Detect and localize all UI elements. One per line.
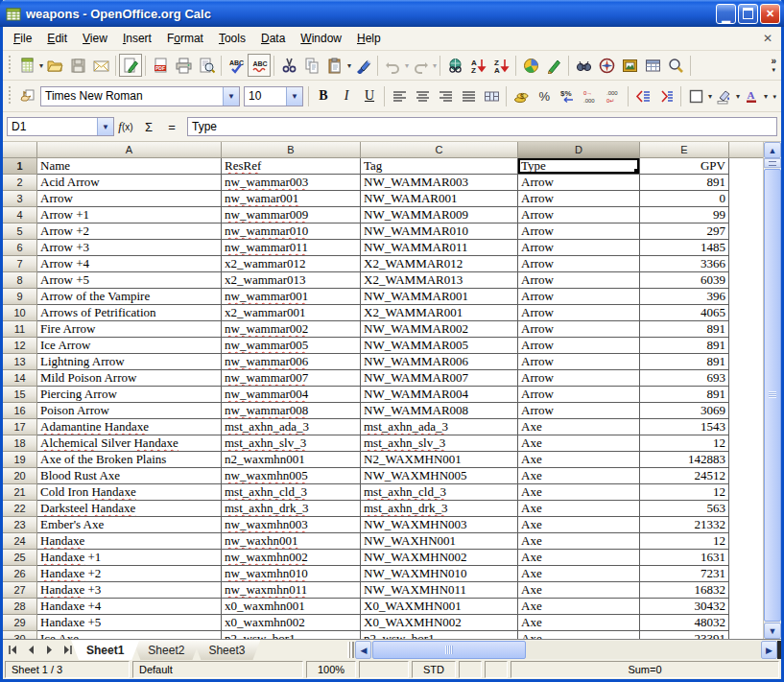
font-size-combo[interactable]: 10 ▼ (244, 86, 303, 106)
borders-button[interactable] (684, 84, 707, 107)
font-color-dropdown-arrow[interactable]: ▾ (764, 92, 768, 101)
scroll-right-button[interactable]: ▶ (761, 641, 777, 659)
paste-button[interactable] (323, 54, 346, 77)
font-size-value[interactable]: 10 (245, 89, 286, 103)
document-close-icon[interactable]: ✕ (757, 32, 778, 45)
row-header-24[interactable]: 24 (3, 533, 37, 550)
edit-file-button[interactable] (119, 54, 142, 77)
cell[interactable]: 891 (640, 338, 729, 354)
row-header-19[interactable]: 19 (3, 452, 37, 468)
cell[interactable]: NW_WAMMAR007 (361, 370, 518, 387)
column-header-D[interactable]: D (518, 142, 640, 158)
menu-edit[interactable]: Edit (39, 30, 75, 47)
row-header-21[interactable]: 21 (3, 484, 37, 501)
formula-input-line[interactable]: Type (187, 117, 777, 136)
cell[interactable]: Darksteel Handaxe (37, 501, 222, 517)
cell[interactable]: Axe (518, 452, 640, 468)
new-document-button[interactable] (15, 54, 38, 77)
cell[interactable]: 693 (640, 370, 729, 387)
cell[interactable]: 4065 (640, 305, 729, 321)
align-left-button[interactable] (388, 84, 411, 107)
align-right-button[interactable] (434, 84, 457, 107)
row-header-6[interactable]: 6 (3, 240, 37, 256)
row-header-23[interactable]: 23 (3, 517, 37, 533)
maximize-button[interactable] (738, 4, 758, 24)
cell[interactable]: NW_WAXMHN005 (361, 468, 518, 484)
row-header-1[interactable]: 1 (3, 158, 37, 175)
row-header-11[interactable]: 11 (3, 321, 37, 338)
merge-cells-button[interactable] (480, 84, 503, 107)
function-wizard-icon[interactable]: f(x) (114, 116, 137, 137)
row-header-28[interactable]: 28 (3, 599, 37, 615)
scroll-up-button[interactable]: ▲ (764, 142, 781, 158)
menu-file[interactable]: File (6, 30, 39, 47)
cell[interactable]: Blood Rust Axe (37, 468, 222, 484)
export-pdf-button[interactable]: PDF (149, 54, 172, 77)
row-header-22[interactable]: 22 (3, 501, 37, 517)
vertical-split-handle[interactable] (764, 158, 781, 168)
cell[interactable]: Arrow +2 (37, 223, 222, 240)
row-header-27[interactable]: 27 (3, 582, 37, 599)
cell[interactable]: GPV (640, 158, 729, 175)
column-header-E[interactable]: E (640, 142, 729, 158)
navigator-button[interactable] (595, 54, 618, 77)
cell[interactable]: Arrows of Petrification (37, 305, 222, 321)
percent-format-button[interactable]: % (533, 84, 556, 107)
cell[interactable]: X0_WAXMHN002 (361, 615, 518, 631)
cell[interactable]: 3366 (640, 256, 729, 272)
horizontal-split-handle[interactable] (777, 641, 781, 659)
cell[interactable]: 142883 (640, 452, 729, 468)
row-header-8[interactable]: 8 (3, 272, 37, 289)
find-replace-button[interactable] (572, 54, 595, 77)
vertical-scroll-thumb[interactable] (764, 169, 781, 622)
cell[interactable]: nw_wammar008 (222, 403, 361, 419)
cell[interactable]: NW_WAXMHN002 (361, 550, 518, 566)
cell[interactable]: ResRef (222, 158, 361, 175)
cell[interactable]: nw_wammar002 (222, 321, 361, 338)
cell[interactable]: NW_WAMMAR001 (361, 289, 518, 305)
cell[interactable]: Name (37, 158, 222, 175)
cell[interactable]: NW_WAMMAR003 (361, 175, 518, 191)
cell[interactable]: x0_waxmhn002 (222, 615, 361, 631)
cell[interactable]: 0 (640, 191, 729, 207)
cell[interactable]: NW_WAXHN001 (361, 533, 518, 550)
sort-descending-button[interactable]: ZA (489, 54, 512, 77)
row-header-10[interactable]: 10 (3, 305, 37, 321)
cell[interactable]: Arrow (518, 240, 640, 256)
styles-and-formatting-button[interactable] (15, 84, 38, 107)
row-header-26[interactable]: 26 (3, 566, 37, 582)
open-button[interactable] (43, 54, 66, 77)
justified-button[interactable] (457, 84, 480, 107)
horizontal-scroll-track[interactable] (371, 641, 761, 659)
status-selection-mode[interactable]: STD (412, 661, 456, 678)
cell[interactable]: NW_WAMMAR009 (361, 207, 518, 223)
row-header-17[interactable]: 17 (3, 419, 37, 435)
format-paintbrush-button[interactable] (351, 54, 374, 77)
row-header-13[interactable]: 13 (3, 354, 37, 370)
cell[interactable]: 12 (640, 533, 729, 550)
cell[interactable]: X0_WAXMHN001 (361, 599, 518, 615)
cell[interactable]: NW_WAXMHN011 (361, 582, 518, 599)
cell[interactable]: Fire Arrow (37, 321, 222, 338)
cell[interactable]: n2_wsw_bor1 (361, 631, 518, 639)
cell[interactable]: 1485 (640, 240, 729, 256)
italic-button[interactable]: I (335, 84, 358, 107)
row-header-20[interactable]: 20 (3, 468, 37, 484)
column-header-B[interactable]: B (222, 142, 361, 158)
cell[interactable]: 3069 (640, 403, 729, 419)
cell[interactable]: 48032 (640, 615, 729, 631)
cell[interactable]: NW_WAMMAR006 (361, 354, 518, 370)
row-header-7[interactable]: 7 (3, 256, 37, 272)
font-color-button[interactable]: A (740, 84, 763, 107)
redo-dropdown-arrow[interactable]: ▾ (433, 61, 437, 70)
sheet-tab-sheet3[interactable]: Sheet3 (193, 640, 260, 660)
cell[interactable]: NW_WAMMAR011 (361, 240, 518, 256)
horizontal-scroll-thumb[interactable] (372, 641, 526, 659)
cell[interactable]: nw_wammar007 (222, 370, 361, 387)
cell[interactable]: Axe (518, 517, 640, 533)
tab-scrollbar-splitter[interactable] (347, 642, 354, 658)
cell[interactable]: nw_waxmhn011 (222, 582, 361, 599)
cell[interactable]: nw_wammar005 (222, 338, 361, 354)
cell[interactable]: mst_axhn_drk_3 (361, 501, 518, 517)
cell[interactable]: x2_wammar012 (222, 256, 361, 272)
